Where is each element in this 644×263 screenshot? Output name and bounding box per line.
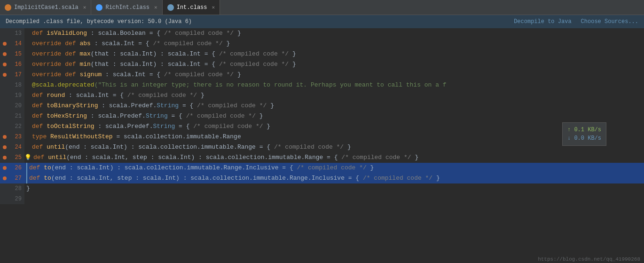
code-line-14: override def abs : scala.Int = { /* comp… xyxy=(24,39,644,49)
fn-name-13: isValidLong xyxy=(47,30,87,37)
line-16: 16 xyxy=(0,59,24,70)
marker-14 xyxy=(3,42,7,46)
line-20: 20 xyxy=(0,101,24,111)
choose-sources-link[interactable]: Choose Sources... xyxy=(581,18,638,25)
info-bar-text: Decompiled .class file, bytecode version… xyxy=(6,18,192,25)
marker-25 xyxy=(3,156,7,159)
tab-label-intclass: Int.class xyxy=(177,4,207,11)
line-23: 23 xyxy=(0,132,24,142)
gutter-14 xyxy=(0,39,9,49)
left-gutter: 13 14 15 16 17 18 19 20 21 22 23 24 25 2… xyxy=(0,28,24,263)
line-14: 14 xyxy=(0,39,24,49)
lightbulb-icon: 💡 xyxy=(24,152,31,163)
marker-15 xyxy=(3,52,7,56)
line-25: 25 xyxy=(0,152,24,163)
status-url: https://blog.csdn.net/qq_41990268 xyxy=(534,255,644,263)
code-line-19: def round : scala.Int = { /* compiled co… xyxy=(24,90,644,101)
gutter-20 xyxy=(0,101,9,111)
tab-bar: ImplicitCase1.scala ✕ RichInt.class ✕ In… xyxy=(0,0,644,15)
gutter-29 xyxy=(0,194,9,204)
code-line-17: override def signum : scala.Int = { /* c… xyxy=(24,70,644,80)
code-line-15: override def max(that : scala.Int) : sca… xyxy=(24,49,644,59)
gutter-13 xyxy=(0,28,9,39)
gutter-26 xyxy=(0,163,9,173)
line-29: 29 xyxy=(0,194,24,204)
gutter-23 xyxy=(0,132,9,142)
gutter-25 xyxy=(0,152,9,163)
info-bar-actions: Decompile to Java Choose Sources... xyxy=(514,18,638,25)
editor: 13 14 15 16 17 18 19 20 21 22 23 24 25 2… xyxy=(0,28,644,263)
code-line-29 xyxy=(24,194,644,204)
info-bar: Decompiled .class file, bytecode version… xyxy=(0,15,644,28)
marker-24 xyxy=(3,145,7,149)
decompile-to-java-link[interactable]: Decompile to Java xyxy=(514,18,571,25)
gutter-15 xyxy=(0,49,9,59)
code-line-22: def toOctalString : scala.Predef.String … xyxy=(24,121,644,132)
line-24: 24 xyxy=(0,142,24,152)
tab-label-implicit: ImplicitCase1.scala xyxy=(14,4,79,11)
network-tooltip: ↑ 0.1 KB/s ↓ 0.0 KB/s xyxy=(562,122,606,146)
tooltip-down: ↓ 0.0 KB/s xyxy=(567,134,601,143)
line-28: 28 xyxy=(0,183,24,194)
marker-17 xyxy=(3,73,7,77)
code-line-27: def to(end : scala.Int, step : scala.Int… xyxy=(24,173,644,183)
tab-richint[interactable]: RichInt.class ✕ xyxy=(91,0,162,15)
code-line-18: @scala.deprecated("This is an integer ty… xyxy=(24,80,644,90)
gutter-19 xyxy=(0,90,9,101)
marker-16 xyxy=(3,63,7,66)
line-13: 13 xyxy=(0,28,24,39)
code-line-23: type ResultWithoutStep = scala.collectio… xyxy=(24,132,644,142)
tab-icon-richint xyxy=(96,4,102,11)
tooltip-up: ↑ 0.1 KB/s xyxy=(567,126,601,134)
gutter-27 xyxy=(0,173,9,183)
gutter-22 xyxy=(0,121,9,132)
tab-close-implicit[interactable]: ✕ xyxy=(83,4,86,10)
gutter-17 xyxy=(0,70,9,80)
code-line-25: 💡 def until(end : scala.Int, step : scal… xyxy=(24,152,644,163)
kw-def-13: def xyxy=(32,30,47,37)
line-22: 22 xyxy=(0,121,24,132)
code-content: def isValidLong : scala.Boolean = { /* c… xyxy=(24,28,644,263)
tab-icon-intclass xyxy=(167,4,174,11)
marker-23 xyxy=(3,135,7,139)
code-line-16: override def min(that : scala.Int) : sca… xyxy=(24,59,644,70)
line-21: 21 xyxy=(0,111,24,121)
line-19: 19 xyxy=(0,90,24,101)
code-line-26: def to(end : scala.Int) : scala.collecti… xyxy=(24,163,644,173)
gutter-18 xyxy=(0,80,9,90)
line-15: 15 xyxy=(0,49,24,59)
code-line-20: def toBinaryString : scala.Predef.String… xyxy=(24,101,644,111)
tab-close-intclass[interactable]: ✕ xyxy=(212,4,215,10)
line-17: 17 xyxy=(0,70,24,80)
line-27: 27 xyxy=(0,173,24,183)
gutter-24 xyxy=(0,142,9,152)
line-26: 26 xyxy=(0,163,24,173)
code-line-13: def isValidLong : scala.Boolean = { /* c… xyxy=(24,28,644,39)
code-line-24: def until(end : scala.Int) : scala.colle… xyxy=(24,142,644,152)
marker-27 xyxy=(3,176,7,180)
tab-close-richint[interactable]: ✕ xyxy=(154,4,157,10)
code-line-21: def toHexString : scala.Predef.String = … xyxy=(24,111,644,121)
gutter-21 xyxy=(0,111,9,121)
gutter-16 xyxy=(0,59,9,70)
tab-implicitcase1[interactable]: ImplicitCase1.scala ✕ xyxy=(0,0,91,15)
line-18: 18 xyxy=(0,80,24,90)
tab-label-richint: RichInt.class xyxy=(105,4,149,11)
marker-26 xyxy=(3,166,7,170)
tab-intclass[interactable]: Int.class ✕ xyxy=(163,0,220,15)
gutter-28 xyxy=(0,183,9,194)
code-line-28: } xyxy=(24,183,644,194)
tab-icon-implicit xyxy=(5,4,11,11)
